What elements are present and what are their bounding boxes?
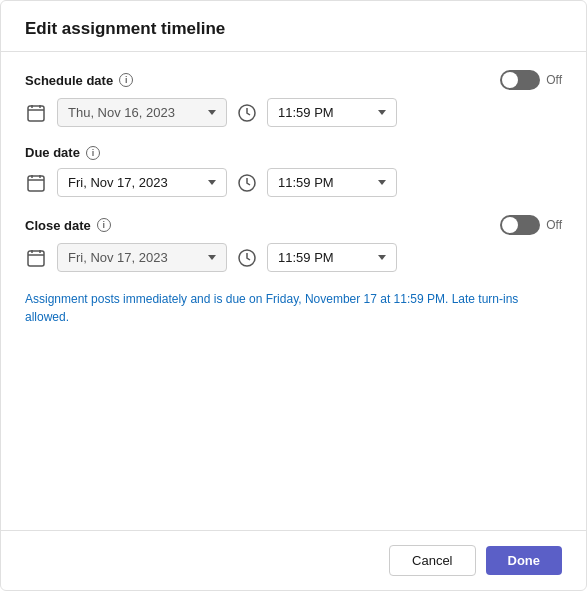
schedule-date-chevron	[208, 110, 216, 115]
due-date-chevron	[208, 180, 216, 185]
svg-rect-5	[28, 176, 44, 191]
schedule-date-header: Schedule date i Off	[25, 70, 562, 90]
close-date-toggle[interactable]	[500, 215, 540, 235]
svg-rect-0	[28, 106, 44, 121]
schedule-date-label: Schedule date	[25, 73, 113, 88]
schedule-date-info-icon[interactable]: i	[119, 73, 133, 87]
schedule-date-section: Schedule date i Off	[25, 70, 562, 127]
schedule-time-clock-icon	[237, 103, 257, 123]
assignment-info-text: Assignment posts immediately and is due …	[25, 290, 562, 326]
close-toggle-knob	[502, 217, 518, 233]
due-date-value: Fri, Nov 17, 2023	[68, 175, 202, 190]
due-time-clock-icon	[237, 173, 257, 193]
close-date-toggle-label: Off	[546, 218, 562, 232]
due-date-section: Due date i Fri, Nov 17, 2023	[25, 145, 562, 197]
dialog-body: Schedule date i Off	[1, 52, 586, 530]
schedule-date-value: Thu, Nov 16, 2023	[68, 105, 202, 120]
clock-icon	[238, 104, 256, 122]
close-date-value: Fri, Nov 17, 2023	[68, 250, 202, 265]
close-date-section: Close date i Off	[25, 215, 562, 272]
svg-rect-10	[28, 251, 44, 266]
close-time-picker[interactable]: 11:59 PM	[267, 243, 397, 272]
schedule-time-picker[interactable]: 11:59 PM	[267, 98, 397, 127]
close-time-value: 11:59 PM	[278, 250, 372, 265]
due-date-header: Due date i	[25, 145, 562, 160]
schedule-date-picker[interactable]: Thu, Nov 16, 2023	[57, 98, 227, 127]
due-time-value: 11:59 PM	[278, 175, 372, 190]
close-date-label-group: Close date i	[25, 218, 111, 233]
calendar-icon-close	[27, 249, 45, 267]
close-date-chevron	[208, 255, 216, 260]
clock-icon-close	[238, 249, 256, 267]
schedule-time-chevron	[378, 110, 386, 115]
close-date-label: Close date	[25, 218, 91, 233]
close-date-picker[interactable]: Fri, Nov 17, 2023	[57, 243, 227, 272]
toggle-knob	[502, 72, 518, 88]
schedule-date-label-group: Schedule date i	[25, 73, 133, 88]
calendar-icon	[27, 104, 45, 122]
close-date-toggle-group: Off	[500, 215, 562, 235]
close-date-cal-icon	[25, 247, 47, 269]
due-time-chevron	[378, 180, 386, 185]
close-time-chevron	[378, 255, 386, 260]
due-date-picker[interactable]: Fri, Nov 17, 2023	[57, 168, 227, 197]
close-date-info-icon[interactable]: i	[97, 218, 111, 232]
due-time-picker[interactable]: 11:59 PM	[267, 168, 397, 197]
close-time-clock-icon	[237, 248, 257, 268]
done-button[interactable]: Done	[486, 546, 563, 575]
close-date-header: Close date i Off	[25, 215, 562, 235]
schedule-date-toggle-label: Off	[546, 73, 562, 87]
due-date-label: Due date	[25, 145, 80, 160]
schedule-date-toggle-group: Off	[500, 70, 562, 90]
due-date-field-row: Fri, Nov 17, 2023 11:59 PM	[25, 168, 562, 197]
schedule-date-toggle[interactable]	[500, 70, 540, 90]
cancel-button[interactable]: Cancel	[389, 545, 475, 576]
calendar-icon-due	[27, 174, 45, 192]
clock-icon-due	[238, 174, 256, 192]
close-date-field-row: Fri, Nov 17, 2023 11:59 PM	[25, 243, 562, 272]
dialog-title: Edit assignment timeline	[25, 19, 225, 38]
dialog-header: Edit assignment timeline	[1, 1, 586, 52]
due-date-info-icon[interactable]: i	[86, 146, 100, 160]
schedule-date-cal-icon	[25, 102, 47, 124]
edit-assignment-timeline-dialog: Edit assignment timeline Schedule date i…	[0, 0, 587, 591]
dialog-footer: Cancel Done	[1, 530, 586, 590]
due-date-cal-icon	[25, 172, 47, 194]
schedule-date-field-row: Thu, Nov 16, 2023 11:59 PM	[25, 98, 562, 127]
due-date-label-group: Due date i	[25, 145, 100, 160]
schedule-time-value: 11:59 PM	[278, 105, 372, 120]
